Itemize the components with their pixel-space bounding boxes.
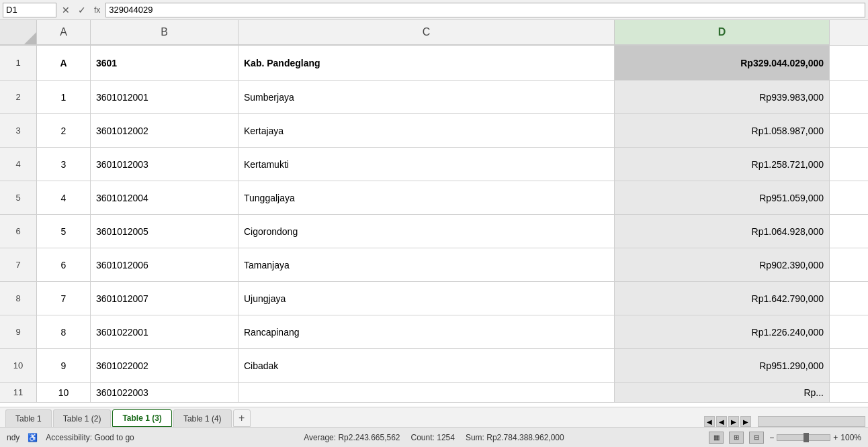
zoom-plus[interactable]: +	[833, 433, 838, 442]
row-header-9[interactable]: 9	[0, 315, 37, 348]
table-row: 873601012007UjungjayaRp1.642.790,000	[0, 282, 868, 315]
page-break-button[interactable]: ⊟	[749, 432, 764, 444]
name-box[interactable]	[3, 3, 56, 17]
cell-b-1[interactable]: 3601012001	[91, 81, 238, 113]
zoom-minus[interactable]: −	[769, 433, 774, 442]
status-bar: ndy ♿ Accessibility: Good to go Average:…	[0, 427, 868, 447]
row-header-4[interactable]: 4	[0, 148, 37, 181]
cell-a-9[interactable]: 9	[37, 349, 91, 382]
cell-b-8[interactable]: 3601022001	[91, 315, 238, 348]
cell-c-10[interactable]	[238, 383, 615, 402]
cell-d-9[interactable]: Rp951.290,000	[615, 349, 830, 382]
tabs-scroll-left[interactable]: ◀	[704, 416, 715, 427]
table-row: 323601012002KertajayaRp1.058.987,000	[0, 114, 868, 148]
average-stat: Average: Rp2.243.665,562	[304, 433, 400, 442]
ready-text: ndy	[7, 433, 19, 442]
zoom-area: − + 100%	[769, 433, 861, 442]
cell-d-2[interactable]: Rp1.058.987,000	[615, 114, 830, 147]
cell-d-8[interactable]: Rp1.226.240,000	[615, 315, 830, 348]
formula-input[interactable]	[105, 3, 865, 17]
cell-b-4[interactable]: 3601012004	[91, 181, 238, 214]
cell-d-4[interactable]: Rp951.059,000	[615, 181, 830, 214]
cell-b-6[interactable]: 3601012006	[91, 248, 238, 281]
row-header-11[interactable]: 11	[0, 383, 37, 402]
cell-a-5[interactable]: 5	[37, 215, 91, 248]
cell-b-7[interactable]: 3601012007	[91, 282, 238, 315]
horizontal-scrollbar[interactable]	[758, 416, 865, 427]
cell-b-2[interactable]: 3601012002	[91, 114, 238, 147]
cell-a-1[interactable]: 1	[37, 81, 91, 113]
cell-d-1[interactable]: Rp939.983,000	[615, 81, 830, 113]
table-row: 763601012006TamanjayaRp902.390,000	[0, 248, 868, 282]
cell-c-2[interactable]: Kertajaya	[238, 114, 615, 147]
formula-bar: ✕ ✓ fx	[0, 0, 868, 20]
status-right: ▦ ⊞ ⊟ − + 100%	[709, 432, 861, 444]
row-header-7[interactable]: 7	[0, 248, 37, 281]
sheet-tab-2[interactable]: Table 1 (3)	[112, 409, 171, 427]
cancel-button[interactable]: ✕	[59, 5, 73, 15]
cell-c-1[interactable]: Sumberjaya	[238, 81, 615, 113]
zoom-slider[interactable]	[777, 434, 830, 441]
row-header-2[interactable]: 2	[0, 81, 37, 113]
cell-c-3[interactable]: Kertamukti	[238, 148, 615, 181]
cell-a-4[interactable]: 4	[37, 181, 91, 214]
row-header-8[interactable]: 8	[0, 282, 37, 315]
cell-d-10[interactable]: Rp...	[615, 383, 830, 402]
cell-a-7[interactable]: 7	[37, 282, 91, 315]
cell-a-8[interactable]: 8	[37, 315, 91, 348]
tabs-scroll-right2[interactable]: ▶	[740, 416, 751, 427]
cell-c-8[interactable]: Rancapinang	[238, 315, 615, 348]
page-layout-button[interactable]: ⊞	[729, 432, 744, 444]
cell-c-6[interactable]: Tamanjaya	[238, 248, 615, 281]
cell-b-9[interactable]: 3601022002	[91, 349, 238, 382]
normal-view-button[interactable]: ▦	[709, 432, 724, 444]
add-sheet-button[interactable]: +	[233, 409, 251, 427]
cell-d-0[interactable]: Rp329.044.029,000	[615, 46, 830, 80]
cell-c-9[interactable]: Cibadak	[238, 349, 615, 382]
cell-d-3[interactable]: Rp1.258.721,000	[615, 148, 830, 181]
row-header-10[interactable]: 10	[0, 349, 37, 382]
table-row: 653601012005CigorondongRp1.064.928,000	[0, 215, 868, 248]
table-row: 433601012003KertamuktiRp1.258.721,000	[0, 148, 868, 181]
cell-d-5[interactable]: Rp1.064.928,000	[615, 215, 830, 248]
cell-c-5[interactable]: Cigorondong	[238, 215, 615, 248]
accessibility-icon: ♿	[28, 433, 38, 442]
col-header-b[interactable]: B	[91, 20, 238, 45]
cell-a-10[interactable]: 10	[37, 383, 91, 402]
sheet-tab-3[interactable]: Table 1 (4)	[173, 409, 232, 427]
cell-a-2[interactable]: 2	[37, 114, 91, 147]
enter-button[interactable]: ✓	[75, 5, 89, 15]
tabs-scroll-left2[interactable]: ◀	[716, 416, 727, 427]
col-header-a[interactable]: A	[37, 20, 91, 45]
zoom-thumb[interactable]	[804, 433, 809, 442]
cell-b-5[interactable]: 3601012005	[91, 215, 238, 248]
cell-b-10[interactable]: 3601022003	[91, 383, 238, 402]
cell-a-6[interactable]: 6	[37, 248, 91, 281]
row-header-6[interactable]: 6	[0, 215, 37, 248]
count-stat: Count: 1254	[411, 433, 455, 442]
cell-a-0[interactable]: A	[37, 46, 91, 80]
spreadsheet-grid: 1A3601Kab. PandeglangRp329.044.029,00021…	[0, 46, 868, 403]
status-stats: Average: Rp2.243.665,562 Count: 1254 Sum…	[304, 433, 564, 442]
cell-c-7[interactable]: Ujungjaya	[238, 282, 615, 315]
row-header-1[interactable]: 1	[0, 46, 37, 80]
accessibility-text: Accessibility: Good to go	[46, 433, 134, 442]
sheet-tab-0[interactable]: Table 1	[5, 409, 52, 427]
sheet-tabs-bar: Table 1Table 1 (2)Table 1 (3)Table 1 (4)…	[0, 407, 868, 427]
row-header-3[interactable]: 3	[0, 114, 37, 147]
cell-b-3[interactable]: 3601012003	[91, 148, 238, 181]
corner-header	[0, 20, 37, 45]
col-header-c[interactable]: C	[238, 20, 615, 45]
fx-button[interactable]: fx	[91, 4, 103, 16]
cell-b-0[interactable]: 3601	[91, 46, 238, 80]
cell-c-4[interactable]: Tunggaljaya	[238, 181, 615, 214]
row-header-5[interactable]: 5	[0, 181, 37, 214]
col-header-d[interactable]: D	[615, 20, 830, 45]
cell-a-3[interactable]: 3	[37, 148, 91, 181]
sheet-tab-1[interactable]: Table 1 (2)	[53, 409, 112, 427]
cell-d-6[interactable]: Rp902.390,000	[615, 248, 830, 281]
cell-c-0[interactable]: Kab. Pandeglang	[238, 46, 615, 80]
status-left: ndy ♿ Accessibility: Good to go	[7, 433, 134, 442]
cell-d-7[interactable]: Rp1.642.790,000	[615, 282, 830, 315]
tabs-scroll-right[interactable]: ▶	[728, 416, 739, 427]
